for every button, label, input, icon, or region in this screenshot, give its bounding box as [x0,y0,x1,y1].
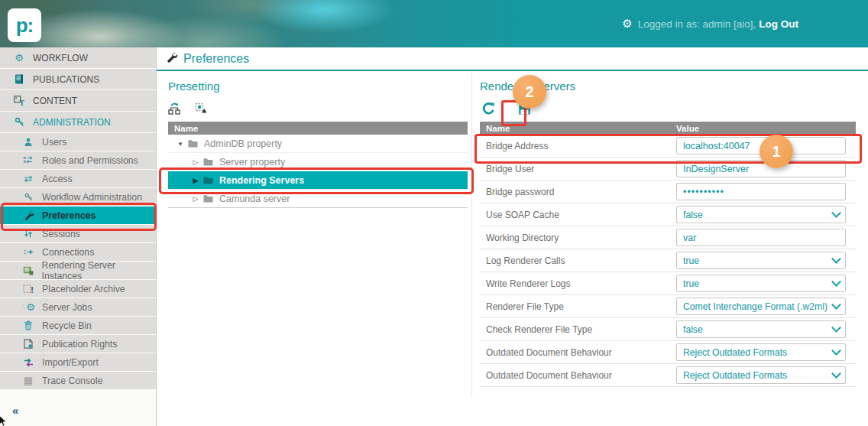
folder-icon [203,158,213,166]
sidebar-section-content[interactable]: T CONTENT [0,90,156,111]
annotation-step-1: 1 [760,135,793,168]
tree-item-admindb-property[interactable]: ▾ AdminDB property [168,135,468,153]
bridge-password-input[interactable] [676,183,846,200]
sidebar-item-placeholder-archive[interactable]: ! Placeholder Archive [0,280,156,298]
outdated-document-behaviour-select-2[interactable]: Reject Outdated Formats [676,366,846,384]
rendering-servers-panel: Rendering Servers Name Value Bridge Addr… [480,80,856,387]
outdated-document-behaviour-select[interactable]: Reject Outdated Formats [676,343,846,361]
name-column-header: Name [480,124,676,133]
logout-link[interactable]: Log Out [759,18,798,30]
working-directory-input[interactable] [676,229,846,246]
tree-item-camunda-server[interactable]: ▷ Camunda server [168,190,468,207]
server-jobs-gear-icon: ∴⚙ [20,302,37,312]
apply-tree-icon[interactable] [195,102,208,118]
use-soap-cache-select[interactable]: false [676,206,846,223]
sidebar-item-access[interactable]: ⇄ Access [0,170,156,187]
chevron-down-icon [831,369,841,379]
priint-logo[interactable]: p: [8,8,41,42]
connections-plug-icon [20,249,37,256]
tree-item-rendering-servers[interactable]: ▶ Rendering Servers [168,171,468,190]
sidebar-item-import-export[interactable]: Import/Export [0,353,156,371]
presetting-tree: ▾ AdminDB property ▷ Server property ▶ R… [168,135,468,208]
rendering-servers-grid-header: Name Value [480,122,856,135]
log-renderer-calls-select[interactable]: true [676,252,846,269]
value-column-header: Value [676,124,856,133]
gear-icon: ⚙ [622,17,632,31]
name-column-header: Name [168,124,468,133]
sidebar-item-users[interactable]: Users [0,133,156,151]
pref-row-working-directory: Working Directory [480,226,856,249]
sidebar-collapse-button[interactable]: « [12,404,18,417]
presetting-panel: Presetting Name ▾ AdminDB property ▷ Ser… [168,80,468,208]
sessions-icon [20,229,37,239]
sidebar-item-roles-and-permissions[interactable]: Roles and Permissions [0,151,156,169]
login-status: ⚙ Logged in as: admin [aio], Log Out [622,0,798,47]
chevron-down-icon [831,323,841,333]
pref-row-outdated-document-behaviour-2: Outdated Document Behaviour Reject Outda… [480,364,856,387]
page-title-bar: Preferences [157,47,868,71]
user-icon [20,138,37,147]
id-badge-icon: ID [20,266,37,275]
access-arrows-icon: ⇄ [20,174,37,184]
logged-in-text: Logged in as: admin [aio], [638,18,756,30]
svg-text:!: ! [31,285,34,293]
sidebar-item-publication-rights[interactable]: Publication Rights [0,335,156,353]
sidebar: ⚙ WORKFLOW PUBLICATIONS T CONTENT ADMINI… [0,47,157,426]
sidebar-item-preferences[interactable]: Preferences [0,206,156,224]
sidebar-section-administration[interactable]: ADMINISTRATION [0,112,156,132]
chevron-down-icon [831,208,841,218]
gear-icon: ⚙ [11,53,28,63]
pref-row-check-renderer-file-type: Check Renderer File Type false [480,318,856,341]
tools-icon [20,210,37,220]
panel-divider [471,73,472,397]
chevron-down-icon [831,277,841,287]
expand-arrow-icon[interactable]: ▷ [189,195,202,203]
presetting-grid-header: Name [168,122,468,135]
folder-icon [203,194,213,203]
key-icon [11,117,28,127]
key-icon [20,193,37,201]
svg-text:T: T [20,99,24,106]
mouse-cursor [0,415,8,426]
sidebar-section-workflow[interactable]: ⚙ WORKFLOW [0,47,156,68]
bridge-user-input[interactable] [676,160,846,177]
pref-row-log-renderer-calls: Log Renderer Calls true [480,249,856,272]
chevron-down-icon [831,254,841,264]
trace-console-grid-icon: ▦ [20,376,37,385]
chevron-down-icon [831,300,841,310]
pref-row-use-soap-cache: Use SOAP Cache false [480,203,856,226]
folder-icon [203,176,213,184]
pref-row-bridge-user: Bridge User [480,158,856,180]
sidebar-item-rendering-server-instances[interactable]: ID Rendering Server Instances [0,262,156,279]
collapse-arrow-icon[interactable]: ▾ [174,140,186,148]
sidebar-item-sessions[interactable]: Sessions [0,225,156,242]
renderer-file-type-select[interactable]: Comet Interchange Format (.w2ml) [676,298,846,315]
sidebar-section-publications[interactable]: PUBLICATIONS [0,69,156,89]
pref-row-bridge-password: Bridge password [480,180,856,203]
pref-row-write-renderer-logs: Write Renderer Logs true [480,272,856,295]
expand-arrow-icon[interactable]: ▶ [189,177,202,184]
trash-icon [20,320,37,330]
expand-arrow-icon[interactable]: ▷ [189,158,202,166]
import-export-arrows-icon [20,358,37,367]
sidebar-item-recycle-bin[interactable]: Recycle Bin [0,317,156,334]
reload-tree-icon[interactable] [168,102,181,118]
tree-item-server-property[interactable]: ▷ Server property [168,153,468,171]
sidebar-item-workflow-administration[interactable]: Workflow Administration [0,188,156,206]
sidebar-item-server-jobs[interactable]: ∴⚙ Server Jobs [0,298,156,316]
top-bar: p: ⚙ Logged in as: admin [aio], Log Out [0,0,868,47]
folder-icon [188,139,198,148]
roles-permissions-icon [20,156,37,165]
svg-text:ID: ID [24,267,30,272]
presetting-title: Presetting [168,80,468,94]
sidebar-item-trace-console[interactable]: ▦ Trace Console [0,372,156,389]
check-renderer-file-type-select[interactable]: false [676,320,846,338]
publication-rights-icon [20,339,37,349]
tools-icon [166,51,177,66]
pref-row-outdated-document-behaviour-1: Outdated Document Behaviour Reject Outda… [480,341,856,364]
sidebar-item-connections[interactable]: Connections [0,243,156,261]
placeholder-archive-icon: ! [20,285,37,294]
refresh-icon[interactable] [481,102,496,119]
book-icon [11,74,28,84]
write-renderer-logs-select[interactable]: true [676,275,846,292]
